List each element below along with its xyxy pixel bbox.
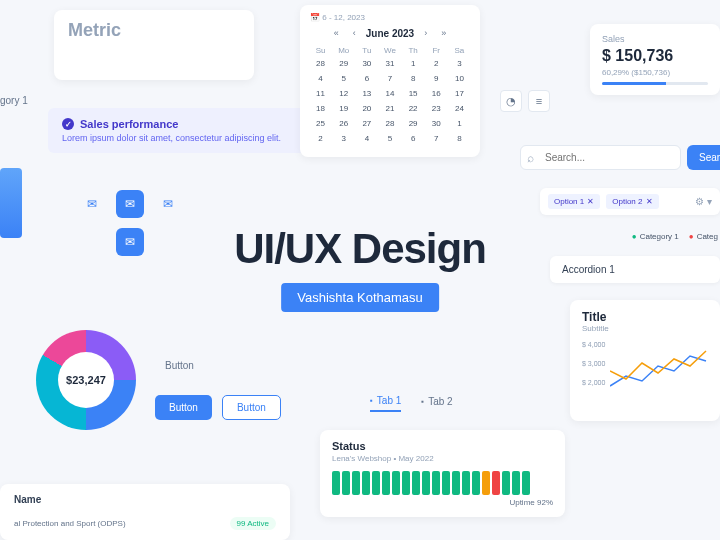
hero: UI/UX Design Vashishta Kothamasu xyxy=(234,225,486,312)
chart-legend: Category 1 Categ xyxy=(632,232,718,241)
uptime-label: Uptime 92% xyxy=(332,498,553,507)
sales-card: Sales $ 150,736 60,29% ($150,736) xyxy=(590,24,720,95)
tabs: Tab 1 Tab 2 xyxy=(370,395,453,412)
calendar[interactable]: 📅 6 - 12, 2023 « ‹ June 2023 › » SuMoTuW… xyxy=(300,5,480,157)
secondary-button[interactable]: Button xyxy=(222,395,281,420)
calendar-prev-month[interactable]: ‹ xyxy=(349,26,360,40)
calendar-day[interactable]: 11 xyxy=(310,87,331,100)
calendar-day[interactable]: 7 xyxy=(379,72,400,85)
calendar-day[interactable]: 8 xyxy=(449,132,470,145)
table-row[interactable]: al Protection and Sport (ODPS) 99 Active xyxy=(14,517,276,530)
calendar-day[interactable]: 2 xyxy=(310,132,331,145)
calendar-day[interactable]: 4 xyxy=(356,132,377,145)
calendar-day[interactable]: 19 xyxy=(333,102,354,115)
calendar-day[interactable]: 29 xyxy=(403,117,424,130)
search-button[interactable]: Search xyxy=(687,145,720,170)
calendar-day[interactable]: 31 xyxy=(379,57,400,70)
mail-icon[interactable]: ✉ xyxy=(116,190,144,218)
mail-icon[interactable]: ✉ xyxy=(116,228,144,256)
tab-1[interactable]: Tab 1 xyxy=(370,395,401,412)
chip-option[interactable]: Option 1 ✕ xyxy=(548,194,600,209)
sales-label: Sales xyxy=(602,34,708,44)
legend-item: Categ xyxy=(689,232,718,241)
mail-icon-grid: ✉ ✉ ✉ ✉ xyxy=(78,190,182,256)
calendar-day[interactable]: 25 xyxy=(310,117,331,130)
legend-item: Category 1 xyxy=(632,232,679,241)
status-card: Status Lena's Webshop • May 2022 Uptime … xyxy=(320,430,565,517)
calendar-day[interactable]: 30 xyxy=(356,57,377,70)
accordion-item[interactable]: Accordion 1 xyxy=(550,256,720,283)
author-badge: Vashishta Kothamasu xyxy=(281,283,439,312)
list-view-icon[interactable]: ≡ xyxy=(528,90,550,112)
calendar-next-month[interactable]: › xyxy=(420,26,431,40)
uptime-chart xyxy=(332,471,553,495)
gear-icon[interactable]: ⚙ ▾ xyxy=(695,196,712,207)
calendar-day[interactable]: 1 xyxy=(449,117,470,130)
calendar-day[interactable]: 8 xyxy=(403,72,424,85)
calendar-next-year[interactable]: » xyxy=(437,26,450,40)
calendar-day[interactable]: 15 xyxy=(403,87,424,100)
line-chart-subtitle: Subtitle xyxy=(582,324,708,333)
button-label: Button xyxy=(165,360,194,371)
button-row: Button Button xyxy=(155,395,281,420)
calendar-day[interactable]: 22 xyxy=(403,102,424,115)
calendar-day[interactable]: 26 xyxy=(333,117,354,130)
calendar-month-title: June 2023 xyxy=(366,28,414,39)
search-bar: Search xyxy=(520,145,720,170)
donut-chart: $23,247 xyxy=(36,330,136,430)
calendar-day[interactable]: 27 xyxy=(356,117,377,130)
data-table: Name al Protection and Sport (ODPS) 99 A… xyxy=(0,484,290,540)
tab-2[interactable]: Tab 2 xyxy=(421,395,452,412)
chip-option[interactable]: Option 2 ✕ xyxy=(606,194,658,209)
calendar-day[interactable]: 17 xyxy=(449,87,470,100)
table-header-name: Name xyxy=(14,494,276,505)
calendar-day[interactable]: 6 xyxy=(356,72,377,85)
hero-title: UI/UX Design xyxy=(234,225,486,273)
calendar-day[interactable]: 12 xyxy=(333,87,354,100)
status-subtitle: Lena's Webshop • May 2022 xyxy=(332,454,553,463)
calendar-day[interactable]: 9 xyxy=(426,72,447,85)
status-badge: 99 Active xyxy=(230,517,276,530)
calendar-day[interactable]: 29 xyxy=(333,57,354,70)
calendar-day[interactable]: 28 xyxy=(310,57,331,70)
calendar-date-range: 📅 6 - 12, 2023 xyxy=(310,13,470,22)
search-input[interactable] xyxy=(520,145,681,170)
calendar-day[interactable]: 10 xyxy=(449,72,470,85)
calendar-day[interactable]: 24 xyxy=(449,102,470,115)
calendar-day[interactable]: 28 xyxy=(379,117,400,130)
calendar-day[interactable]: 4 xyxy=(310,72,331,85)
metric-label: Metric xyxy=(68,20,240,41)
sales-sub: 60,29% ($150,736) xyxy=(602,68,708,77)
calendar-day[interactable]: 3 xyxy=(333,132,354,145)
calendar-day[interactable]: 7 xyxy=(426,132,447,145)
donut-value: $23,247 xyxy=(66,374,106,386)
calendar-day[interactable]: 21 xyxy=(379,102,400,115)
calendar-day[interactable]: 2 xyxy=(426,57,447,70)
primary-button[interactable]: Button xyxy=(155,395,212,420)
line-chart-title: Title xyxy=(582,310,708,324)
calendar-day[interactable]: 5 xyxy=(379,132,400,145)
sales-value: $ 150,736 xyxy=(602,47,708,65)
category-label: gory 1 xyxy=(0,95,28,106)
calendar-day[interactable]: 16 xyxy=(426,87,447,100)
calendar-prev-year[interactable]: « xyxy=(330,26,343,40)
calendar-day[interactable]: 3 xyxy=(449,57,470,70)
metric-card: Metric xyxy=(54,10,254,80)
calendar-day[interactable]: 30 xyxy=(426,117,447,130)
calendar-day[interactable]: 18 xyxy=(310,102,331,115)
calendar-day[interactable]: 20 xyxy=(356,102,377,115)
blue-bar-chart-fragment xyxy=(0,168,22,238)
sales-progress-bar xyxy=(602,82,708,85)
status-title: Status xyxy=(332,440,553,452)
pie-view-icon[interactable]: ◔ xyxy=(500,90,522,112)
calendar-day[interactable]: 23 xyxy=(426,102,447,115)
mail-icon[interactable]: ✉ xyxy=(78,190,106,218)
calendar-day[interactable]: 13 xyxy=(356,87,377,100)
calendar-day[interactable]: 6 xyxy=(403,132,424,145)
mail-icon[interactable]: ✉ xyxy=(154,190,182,218)
calendar-day[interactable]: 1 xyxy=(403,57,424,70)
calendar-day[interactable]: 14 xyxy=(379,87,400,100)
view-toggle: ◔ ≡ xyxy=(500,90,550,112)
calendar-day[interactable]: 5 xyxy=(333,72,354,85)
chip-select[interactable]: Option 1 ✕ Option 2 ✕ ⚙ ▾ xyxy=(540,188,720,215)
